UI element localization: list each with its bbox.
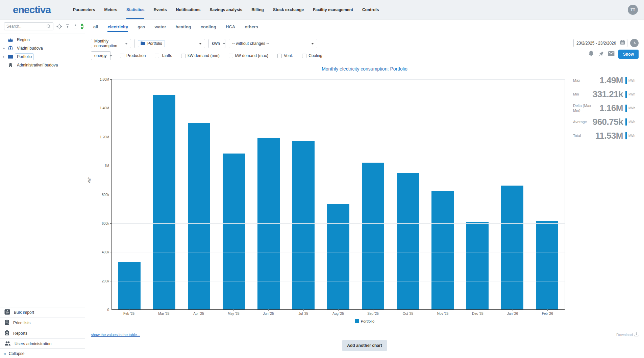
bar-sep-25[interactable] <box>362 163 384 309</box>
tab-electricity[interactable]: electricity <box>107 24 128 32</box>
checkbox-box[interactable] <box>302 54 306 58</box>
y-tick-mark <box>110 310 112 310</box>
tab-water[interactable]: water <box>155 24 166 32</box>
nav-item-facility-management[interactable]: Facility management <box>313 0 353 19</box>
checkbox-box[interactable] <box>181 54 185 58</box>
nav-item-notifications[interactable]: Notifications <box>176 0 201 19</box>
bar-may-25[interactable] <box>223 154 245 309</box>
nav-item-statistics[interactable]: Statistics <box>126 0 144 19</box>
sidebar-collapse-button[interactable]: « Collapse <box>0 349 85 358</box>
download-button[interactable]: Download <box>616 332 639 337</box>
main-content: allelectricitygaswaterheatingcoolingHCAo… <box>85 20 644 358</box>
collapse-all-icon[interactable] <box>65 24 70 29</box>
pin-icon[interactable] <box>598 51 604 58</box>
tree-item-vl-dn-budova[interactable]: ▸Vládní budova <box>0 44 85 52</box>
stat-unit: kWh <box>628 92 637 96</box>
show-values-table-link[interactable]: show the values in the table... <box>91 333 140 337</box>
chevron-right-icon[interactable]: ▸ <box>2 55 6 58</box>
metric-select[interactable]: Monthly consumption <box>91 39 131 48</box>
bar-mar-25[interactable] <box>153 95 175 309</box>
date-range-input[interactable] <box>576 41 616 46</box>
gridline <box>112 252 565 252</box>
bar-jul-25[interactable] <box>292 141 315 309</box>
bar-jan-26[interactable] <box>501 186 523 309</box>
nav-item-parameters[interactable]: Parameters <box>73 0 95 19</box>
sidebar-item-users-administration[interactable]: Users administration <box>0 338 85 349</box>
date-range-field[interactable] <box>573 39 627 47</box>
tab-heating[interactable]: heating <box>176 24 191 32</box>
checkbox-kw-demand-min[interactable]: kW demand (min) <box>181 53 220 58</box>
stat-label: Total <box>573 134 593 138</box>
checkbox-vent[interactable]: Vent. <box>277 53 293 58</box>
email-icon[interactable] <box>608 51 615 57</box>
sidebar-item-reports[interactable]: Reports <box>0 328 85 338</box>
filter-row-2: energy ProductionTariffskW demand (min)k… <box>91 51 322 60</box>
tab-gas[interactable]: gas <box>138 24 145 32</box>
time-settings-icon[interactable] <box>630 39 639 47</box>
bar-apr-25[interactable] <box>188 123 210 309</box>
checkbox-box[interactable] <box>277 54 282 58</box>
y-tick-label: 0 <box>94 308 109 312</box>
checkbox-kw-demand-max[interactable]: kW demand (max) <box>229 53 268 58</box>
checkbox-tariffs[interactable]: Tariffs <box>155 53 172 58</box>
search-input[interactable] <box>6 24 46 29</box>
stat-label: Delta (Max-Min) <box>573 104 593 113</box>
bar-oct-25[interactable] <box>397 173 419 309</box>
nav-item-controls[interactable]: Controls <box>362 0 379 19</box>
energy-select[interactable]: energy <box>91 51 111 60</box>
add-node-icon[interactable]: + <box>81 24 83 29</box>
chevron-right-icon[interactable]: ▸ <box>2 47 6 50</box>
chart-legend[interactable]: Portfolio <box>85 319 644 323</box>
tree-item-portfolio[interactable]: ▸Portfolio <box>0 52 85 61</box>
checkbox-production[interactable]: Production <box>120 53 146 58</box>
notification-bell-icon[interactable] <box>588 50 594 58</box>
x-tick-label: Jan '26 <box>496 312 529 315</box>
avatar[interactable]: TT <box>628 5 638 15</box>
sidebar-item-bulk-import[interactable]: Bulk import <box>0 307 85 318</box>
checkbox-label: Production <box>126 53 146 58</box>
checkbox-box[interactable] <box>120 54 124 58</box>
tree-item-region[interactable]: Region <box>0 35 85 44</box>
bar-feb-26[interactable] <box>536 221 558 309</box>
y-tick-mark <box>110 137 112 137</box>
unit-select[interactable]: kWh <box>208 39 225 48</box>
tab-cooling[interactable]: cooling <box>201 24 216 32</box>
show-button[interactable]: Show <box>618 50 639 59</box>
tab-others[interactable]: others <box>245 24 258 32</box>
logo[interactable]: enectiva <box>0 0 73 19</box>
bar-feb-25[interactable] <box>118 262 141 309</box>
option-checkboxes: ProductionTariffskW demand (min)kW deman… <box>120 53 322 58</box>
chart-plot-area: 1.60M1.40M1.20M1M800k600k400k200k0 <box>112 79 565 310</box>
search-box[interactable] <box>4 22 53 30</box>
nav-item-events[interactable]: Events <box>153 0 167 19</box>
gridline <box>112 223 565 224</box>
sidebar-search-row: + <box>0 20 85 33</box>
tab-hca[interactable]: HCA <box>226 24 235 32</box>
checkbox-box[interactable] <box>229 54 233 58</box>
x-tick-label: Mar '25 <box>147 312 181 315</box>
x-tick-label: Jun '25 <box>251 312 285 315</box>
changes-select[interactable]: -- without changes -- <box>229 39 317 48</box>
calendar-icon[interactable] <box>620 40 625 46</box>
bar-nov-25[interactable] <box>431 191 454 309</box>
nav-item-meters[interactable]: Meters <box>104 0 117 19</box>
checkbox-label: kW demand (min) <box>188 53 220 58</box>
add-another-chart-button[interactable]: Add another chart <box>342 340 387 351</box>
sidebar-item-label: Users administration <box>15 341 51 346</box>
bar-dec-25[interactable] <box>466 222 489 309</box>
bar-aug-25[interactable] <box>327 204 349 309</box>
entity-select[interactable]: Portfolio <box>134 39 205 48</box>
nav-item-billing[interactable]: Billing <box>251 0 264 19</box>
tree-item-administrativn-budova[interactable]: Administrativní budova <box>0 61 85 69</box>
tree-item-label: Administrativní budova <box>15 62 60 68</box>
checkbox-box[interactable] <box>155 54 159 58</box>
checkbox-cooling[interactable]: Cooling <box>302 53 322 58</box>
locate-target-icon[interactable] <box>56 24 62 29</box>
add-chart-wrap: Add another chart <box>85 340 644 351</box>
stat-unit: kWh <box>628 134 637 138</box>
nav-item-savings-analysis[interactable]: Savings analysis <box>209 0 242 19</box>
tab-all[interactable]: all <box>93 24 98 32</box>
expand-all-icon[interactable] <box>73 24 78 29</box>
nav-item-stock-exchange[interactable]: Stock exchange <box>273 0 304 19</box>
sidebar-item-price-lists[interactable]: Price lists <box>0 318 85 328</box>
